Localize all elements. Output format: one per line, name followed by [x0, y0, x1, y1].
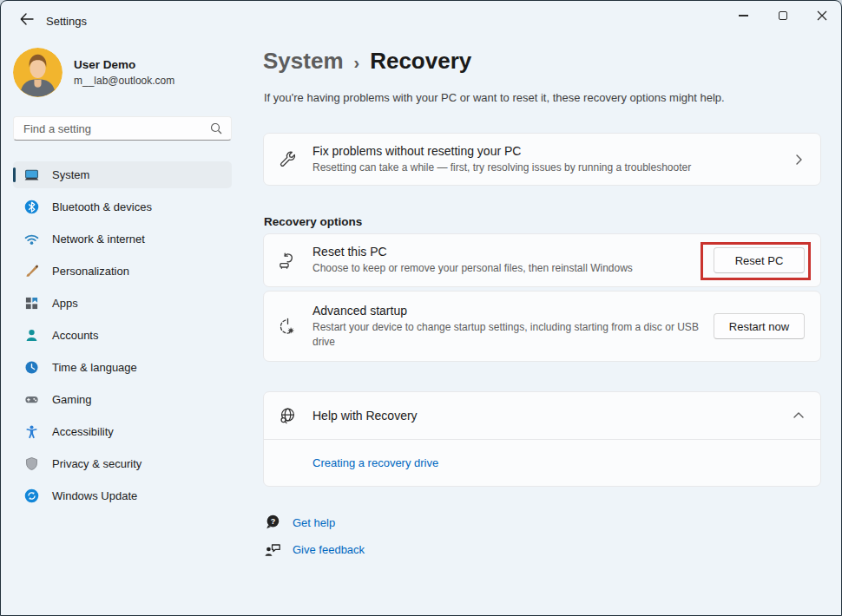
sidebar-item-time-language[interactable]: Time & language [13, 354, 232, 381]
search-input[interactable] [14, 122, 210, 135]
sidebar-item-windows-update[interactable]: Windows Update [13, 482, 232, 509]
sidebar-item-accounts[interactable]: Accounts [13, 322, 232, 349]
app-title: Settings [46, 15, 87, 28]
sidebar-item-label: Personalization [52, 265, 129, 278]
restart-now-button[interactable]: Restart now [714, 313, 805, 339]
give-feedback-icon [264, 541, 281, 558]
advanced-startup-card: Advanced startup Restart your device to … [263, 291, 821, 362]
sidebar: User Demo m__lab@outlook.com System Blue… [1, 36, 251, 615]
chevron-up-icon [793, 411, 805, 420]
sidebar-nav: System Bluetooth & devices Network & int… [13, 161, 232, 514]
creating-recovery-drive-link[interactable]: Creating a recovery drive [312, 456, 438, 469]
profile-email: m__lab@outlook.com [74, 75, 174, 87]
advanced-startup-description: Restart your device to change startup se… [312, 320, 703, 348]
sidebar-item-label: Gaming [52, 393, 92, 406]
minimize-button[interactable] [724, 1, 763, 30]
give-feedback-link[interactable]: Give feedback [264, 541, 365, 558]
sidebar-item-label: Time & language [52, 361, 137, 374]
get-help-icon: ? [264, 514, 281, 531]
sidebar-item-personalization[interactable]: Personalization [13, 258, 232, 285]
advanced-startup-icon [278, 317, 312, 337]
windows-update-icon [24, 488, 39, 503]
reset-pc-icon [278, 251, 312, 271]
window-controls [724, 1, 841, 30]
breadcrumb-separator: › [354, 53, 360, 73]
breadcrumb-parent[interactable]: System [263, 48, 344, 75]
section-label-recovery-options: Recovery options [264, 215, 362, 228]
get-help-link[interactable]: ? Get help [264, 514, 335, 531]
sidebar-item-label: Network & internet [52, 233, 145, 246]
minimize-icon [739, 15, 748, 16]
help-with-recovery-title: Help with Recovery [312, 409, 782, 423]
user-profile[interactable]: User Demo m__lab@outlook.com [13, 48, 174, 97]
wrench-icon [278, 149, 312, 169]
sidebar-item-gaming[interactable]: Gaming [13, 386, 232, 413]
main-content: System › Recovery If you're having probl… [263, 36, 821, 615]
sidebar-item-label: Bluetooth & devices [52, 200, 152, 213]
help-link-row: Creating a recovery drive [264, 440, 820, 486]
back-arrow-icon [20, 13, 34, 25]
give-feedback-label: Give feedback [293, 543, 365, 556]
gaming-icon [24, 392, 39, 407]
personalization-icon [24, 264, 39, 279]
close-icon [817, 10, 827, 21]
network-icon [24, 232, 39, 246]
bluetooth-icon [24, 200, 39, 214]
sidebar-item-label: Windows Update [52, 489, 137, 502]
advanced-startup-title: Advanced startup [312, 304, 703, 318]
fix-problems-card[interactable]: Fix problems without resetting your PC R… [263, 133, 821, 186]
help-with-recovery-card: Help with Recovery Creating a recovery d… [263, 391, 821, 487]
fix-problems-title: Fix problems without resetting your PC [312, 144, 784, 158]
apps-icon [24, 296, 39, 311]
fix-problems-description: Resetting can take a while — first, try … [312, 161, 720, 174]
profile-text: User Demo m__lab@outlook.com [74, 58, 174, 87]
sidebar-item-label: Accounts [52, 329, 98, 342]
search-icon [210, 122, 231, 134]
help-with-recovery-text: Help with Recovery [312, 409, 793, 423]
privacy-icon [24, 456, 39, 471]
accounts-icon [24, 328, 39, 343]
fix-problems-text: Fix problems without resetting your PC R… [312, 144, 794, 174]
page-title: Recovery [370, 48, 471, 75]
page-subtitle: If you're having problems with your PC o… [264, 91, 725, 104]
profile-name: User Demo [74, 58, 174, 71]
search-box [13, 116, 232, 141]
reset-this-pc-text: Reset this PC Choose to keep or remove y… [312, 245, 714, 275]
get-help-label: Get help [293, 516, 335, 529]
sidebar-item-label: Privacy & security [52, 457, 141, 470]
sidebar-item-privacy-security[interactable]: Privacy & security [13, 450, 232, 477]
sidebar-item-bluetooth-devices[interactable]: Bluetooth & devices [13, 193, 232, 220]
title-bar: Settings [1, 1, 841, 36]
reset-this-pc-title: Reset this PC [312, 245, 703, 259]
sidebar-item-accessibility[interactable]: Accessibility [13, 418, 232, 445]
maximize-icon [779, 11, 787, 20]
accessibility-icon [24, 424, 39, 439]
sidebar-item-label: Accessibility [52, 425, 114, 438]
reset-this-pc-description: Choose to keep or remove your personal f… [312, 261, 703, 275]
breadcrumb: System › Recovery [263, 48, 471, 75]
advanced-startup-text: Advanced startup Restart your device to … [312, 304, 714, 348]
chevron-right-icon [794, 154, 805, 166]
sidebar-item-label: Apps [52, 297, 78, 310]
avatar [13, 48, 62, 97]
back-button[interactable] [13, 8, 41, 30]
time-language-icon [24, 360, 39, 375]
sidebar-item-system[interactable]: System [13, 161, 232, 188]
svg-text:?: ? [271, 517, 276, 526]
sidebar-item-network-internet[interactable]: Network & internet [13, 226, 232, 252]
maximize-button[interactable] [763, 1, 802, 30]
reset-this-pc-card: Reset this PC Choose to keep or remove y… [263, 233, 821, 287]
reset-pc-button[interactable]: Reset PC [714, 247, 805, 273]
system-icon [24, 167, 39, 182]
help-with-recovery-header[interactable]: Help with Recovery [264, 392, 820, 439]
settings-window: Settings User Demo [0, 0, 842, 616]
sidebar-item-label: System [52, 168, 89, 181]
close-button[interactable] [802, 1, 841, 30]
globe-search-icon [278, 406, 312, 426]
sidebar-item-apps[interactable]: Apps [13, 290, 232, 317]
